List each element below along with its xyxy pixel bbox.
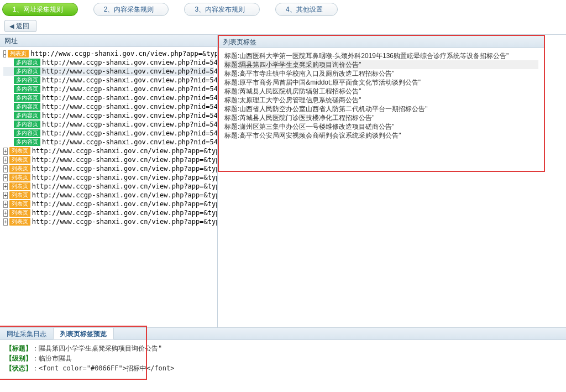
list-page-tag: 列表页 xyxy=(8,50,29,58)
bottom-tab[interactable]: 网址采集日志 xyxy=(0,328,53,339)
tree-row[interactable]: +列表页http://www.ccgp-shanxi.gov.cn/view.p… xyxy=(3,191,214,200)
tree-row[interactable]: +列表页http://www.ccgp-shanxi.gov.cn/view.p… xyxy=(3,155,214,164)
wizard-tab[interactable]: 4、其他设置 xyxy=(275,3,338,16)
preview-value: ：隰县第四小学学生桌凳采购项目询价公告" xyxy=(32,344,162,352)
list-page-tag: 列表页 xyxy=(9,165,30,173)
list-item[interactable]: 标题:芮城县人民医院机房防辐射工程招标公告" xyxy=(224,87,538,96)
tree-row[interactable]: +列表页http://www.ccgp-shanxi.gov.cn/view.p… xyxy=(3,173,214,182)
expand-icon[interactable]: + xyxy=(3,218,8,226)
tree-url: http://www.ccgp-shanxi.gov.cnview.php?ni… xyxy=(42,58,217,67)
main-split: 网址 -列表页http://www.ccgp-shanxi.gov.cn/vie… xyxy=(0,34,566,327)
list-page-tag: 列表页 xyxy=(9,218,30,226)
left-panel: 网址 -列表页http://www.ccgp-shanxi.gov.cn/vie… xyxy=(0,35,218,327)
preview-key: 【状态】 xyxy=(6,364,32,372)
list-item[interactable]: 标题:隰县第四小学学生桌凳采购项目询价公告" xyxy=(224,60,538,69)
list-item[interactable]: 标题:高平市公安局网安视频会商研判会议系统采购谈判公告" xyxy=(224,131,538,140)
list-item[interactable]: 标题:芮城县人民医院门诊医技楼净化工程招标公告" xyxy=(224,113,538,122)
content-page-tag: 多内容页 xyxy=(14,129,40,137)
collapse-icon[interactable]: - xyxy=(3,50,6,58)
list-item[interactable]: 标题:潇州区第三集中办公区一号楼维修改造项目磋商公告" xyxy=(224,122,538,131)
expand-icon[interactable]: + xyxy=(3,210,8,217)
tree-url: http://www.ccgp-shanxi.gov.cnview.php?ni… xyxy=(42,67,217,76)
expand-icon[interactable]: + xyxy=(3,201,8,208)
tree-row[interactable]: 多内容页http://www.ccgp-shanxi.gov.cnview.ph… xyxy=(3,93,214,102)
list-page-tag: 列表页 xyxy=(9,191,30,199)
tree-row[interactable]: +列表页http://www.ccgp-shanxi.gov.cn/view.p… xyxy=(3,147,214,155)
expand-icon[interactable]: + xyxy=(3,148,8,155)
tree-url: http://www.ccgp-shanxi.gov.cn/view.php?a… xyxy=(32,147,217,155)
wizard-tab[interactable]: 3、内容发布规则 xyxy=(184,3,260,16)
right-wrap: 列表页标签 标题:山西医科大学第一医院耳鼻咽喉-头颈外科2019年136购置眩晕… xyxy=(218,35,566,327)
tree-url: http://www.ccgp-shanxi.gov.cn/view.php?a… xyxy=(32,191,217,200)
tree-row[interactable]: 多内容页http://www.ccgp-shanxi.gov.cnview.ph… xyxy=(3,85,214,93)
list-item[interactable]: 标题:太原理工大学公房管理信息系统磋商公告" xyxy=(224,96,538,104)
tree-url: http://www.ccgp-shanxi.gov.cn/view.php?a… xyxy=(32,173,217,182)
tree-url: http://www.ccgp-shanxi.gov.cn/view.php?a… xyxy=(32,217,217,226)
wizard-tab[interactable]: 1、网址采集规则 xyxy=(2,3,78,16)
content-page-tag: 多内容页 xyxy=(14,103,40,111)
expand-icon[interactable]: + xyxy=(3,183,8,190)
left-header: 网址 xyxy=(0,35,217,47)
back-bar: ◀ 返回 xyxy=(0,17,566,34)
expand-icon[interactable]: + xyxy=(3,156,8,164)
tree-row[interactable]: +列表页http://www.ccgp-shanxi.gov.cn/view.p… xyxy=(3,182,214,191)
bottom-tabs: 网址采集日志列表页标签预览 xyxy=(0,328,566,340)
preview-row: 【级别】：临汾市隰县 xyxy=(6,353,560,363)
expand-icon[interactable]: + xyxy=(3,165,8,173)
list-page-tag: 列表页 xyxy=(9,200,30,208)
tree-row[interactable]: 多内容页http://www.ccgp-shanxi.gov.cnview.ph… xyxy=(3,129,214,138)
list-item[interactable]: 标题:山西医科大学第一医院耳鼻咽喉-头颈外科2019年136购置眩晕综合诊疗系统… xyxy=(224,51,538,60)
right-header: 列表页标签 xyxy=(219,36,544,48)
tree-row[interactable]: +列表页http://www.ccgp-shanxi.gov.cn/view.p… xyxy=(3,208,214,217)
tree-url: http://www.ccgp-shanxi.gov.cnview.php?ni… xyxy=(42,120,217,129)
bottom-content: 【标题】：隰县第四小学学生桌凳采购项目询价公告"【级别】：临汾市隰县【状态】：<… xyxy=(0,340,566,384)
tree-row[interactable]: +列表页http://www.ccgp-shanxi.gov.cn/view.p… xyxy=(3,164,214,173)
content-page-tag: 多内容页 xyxy=(14,76,40,84)
list-page-tag: 列表页 xyxy=(9,209,30,217)
list-page-tag: 列表页 xyxy=(9,182,30,190)
tree-row[interactable]: 多内容页http://www.ccgp-shanxi.gov.cnview.ph… xyxy=(3,67,214,76)
tree-url: http://www.ccgp-shanxi.gov.cn/view.php?a… xyxy=(32,182,217,191)
preview-key: 【级别】 xyxy=(6,354,32,362)
tree-url: http://www.ccgp-shanxi.gov.cn/view.php?a… xyxy=(32,208,217,217)
list-item[interactable]: 标题:高平市寺庄镇中学校南入口及厕所改造工程招标公告" xyxy=(224,69,538,78)
preview-key: 【标题】 xyxy=(6,344,32,352)
content-page-tag: 多内容页 xyxy=(14,121,40,128)
tree-row[interactable]: +列表页http://www.ccgp-shanxi.gov.cn/view.p… xyxy=(3,217,214,226)
preview-value: ：<font color="#0066FF">招标中</font> xyxy=(32,364,175,372)
list-item[interactable]: 标题:山西省人民防空办公室山西省人防第二代机动平台一期招标公告" xyxy=(224,104,538,113)
tree-url: http://www.ccgp-shanxi.gov.cnview.php?ni… xyxy=(42,76,217,85)
wizard-tab[interactable]: 2、内容采集规则 xyxy=(93,3,169,16)
url-tree[interactable]: -列表页http://www.ccgp-shanxi.gov.cn/view.p… xyxy=(0,47,217,327)
expand-icon[interactable]: + xyxy=(3,192,8,199)
content-page-tag: 多内容页 xyxy=(14,67,40,75)
content-page-tag: 多内容页 xyxy=(14,59,40,66)
list-item[interactable]: 标题:原平市商务局首届中国&middot;原平面食文化节活动谈判公告" xyxy=(224,78,538,87)
expand-icon[interactable]: + xyxy=(3,174,8,181)
tree-row[interactable]: 多内容页http://www.ccgp-shanxi.gov.cnview.ph… xyxy=(3,58,214,67)
list-page-tag: 列表页 xyxy=(9,147,30,155)
preview-row: 【标题】：隰县第四小学学生桌凳采购项目询价公告" xyxy=(6,343,560,353)
tree-url: http://www.ccgp-shanxi.gov.cn/view.php?a… xyxy=(30,49,217,58)
list-page-tag: 列表页 xyxy=(9,156,30,164)
content-page-tag: 多内容页 xyxy=(14,112,40,119)
tree-url: http://www.ccgp-shanxi.gov.cnview.php?ni… xyxy=(42,85,217,93)
tree-row[interactable]: +列表页http://www.ccgp-shanxi.gov.cn/view.p… xyxy=(3,200,214,208)
tree-url: http://www.ccgp-shanxi.gov.cn/view.php?a… xyxy=(32,200,217,208)
tree-row[interactable]: 多内容页http://www.ccgp-shanxi.gov.cnview.ph… xyxy=(3,76,214,85)
tree-url: http://www.ccgp-shanxi.gov.cn/view.php?a… xyxy=(32,155,217,164)
wizard-tabs: 1、网址采集规则2、内容采集规则3、内容发布规则4、其他设置 xyxy=(0,0,566,17)
tree-row[interactable]: 多内容页http://www.ccgp-shanxi.gov.cnview.ph… xyxy=(3,138,214,147)
back-button[interactable]: ◀ 返回 xyxy=(4,20,36,32)
tree-row[interactable]: -列表页http://www.ccgp-shanxi.gov.cn/view.p… xyxy=(3,49,214,58)
content-page-tag: 多内容页 xyxy=(14,94,40,102)
content-page-tag: 多内容页 xyxy=(14,138,40,146)
tree-row[interactable]: 多内容页http://www.ccgp-shanxi.gov.cnview.ph… xyxy=(3,102,214,111)
tree-url: http://www.ccgp-shanxi.gov.cnview.php?ni… xyxy=(42,138,217,147)
right-list[interactable]: 标题:山西医科大学第一医院耳鼻咽喉-头颈外科2019年136购置眩晕综合诊疗系统… xyxy=(219,48,544,143)
right-redbox: 列表页标签 标题:山西医科大学第一医院耳鼻咽喉-头颈外科2019年136购置眩晕… xyxy=(218,35,545,172)
bottom-tab[interactable]: 列表页标签预览 xyxy=(53,327,114,339)
content-page-tag: 多内容页 xyxy=(14,85,40,93)
tree-row[interactable]: 多内容页http://www.ccgp-shanxi.gov.cnview.ph… xyxy=(3,120,214,129)
tree-row[interactable]: 多内容页http://www.ccgp-shanxi.gov.cnview.ph… xyxy=(3,111,214,120)
